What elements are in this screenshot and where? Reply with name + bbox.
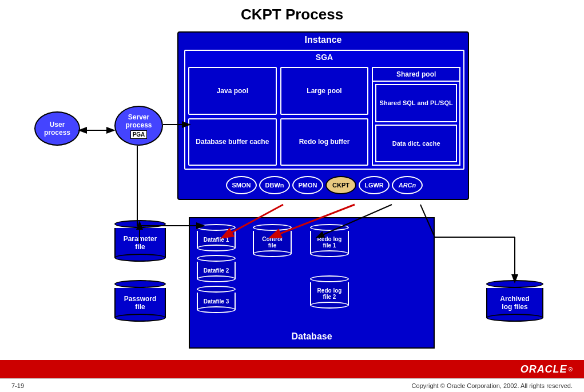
- footer-copyright: 7-19 Copyright © Oracle Corporation, 200…: [0, 378, 584, 392]
- datafile-3: Datafile 3: [197, 286, 236, 313]
- footer-oracle-bar: ORACLE ®: [0, 360, 584, 378]
- smon-process: SMON: [226, 176, 257, 194]
- copyright-text: Copyright © Oracle Corporation, 2002. Al…: [412, 382, 573, 389]
- pga-badge: PGA: [130, 130, 148, 139]
- redo-log-buffer-cell: Redo log buffer: [280, 118, 369, 166]
- sga-label: SGA: [185, 51, 463, 62]
- dbwn-process: DBWn: [259, 176, 290, 194]
- db-buffer-cache-cell: Database buffer cache: [188, 118, 277, 166]
- instance-label: Instance: [178, 33, 468, 45]
- control-file: Controlfile: [253, 224, 292, 257]
- redo-log-2: Redo logfile 2: [310, 275, 349, 309]
- database-box: Datafile 1 Datafile 2 Datafile 3: [189, 217, 435, 349]
- arcn-process: ARCn: [392, 176, 423, 194]
- sga-inner: Java pool Large pool Shared pool Shared …: [188, 67, 460, 166]
- process-row: SMON DBWn PMON CKPT LGWR ARCn: [184, 176, 464, 194]
- page-title: CKPT Process: [11, 6, 573, 23]
- datafile-2: Datafile 2: [197, 255, 236, 282]
- sga-box: SGA Java pool Large pool Shared pool Sha…: [184, 50, 464, 170]
- datafile-1: Datafile 1: [197, 224, 236, 251]
- ckpt-process: CKPT: [325, 176, 356, 194]
- shared-pool-col: Shared pool Shared SQL and PL/SQL Data d…: [372, 67, 460, 166]
- instance-box: Instance SGA Java pool Large pool Shared…: [177, 31, 469, 200]
- large-pool-cell: Large pool: [280, 67, 369, 115]
- lgwr-process: LGWR: [359, 176, 390, 194]
- oracle-trademark: ®: [569, 366, 573, 373]
- database-label: Database: [190, 331, 434, 342]
- redo-log-1: Redo logfile 1: [310, 224, 349, 257]
- shared-sql-item: Shared SQL and PL/SQL: [375, 84, 457, 122]
- content-area: CKPT Process Instance SGA Java pool Larg…: [0, 0, 584, 360]
- data-dict-item: Data dict. cache: [375, 125, 457, 163]
- user-process: Userprocess: [34, 111, 80, 146]
- server-process: Serverprocess PGA: [114, 106, 163, 146]
- shared-pool-header: Shared pool: [373, 68, 459, 82]
- shared-pool-inner: Shared SQL and PL/SQL Data dict. cache: [373, 82, 459, 165]
- password-file: Passwordfile: [114, 280, 166, 322]
- archived-log-files: Archivedlog files: [486, 280, 543, 322]
- java-pool-cell: Java pool: [188, 67, 277, 115]
- oracle-logo: ORACLE: [521, 363, 567, 375]
- pmon-process: PMON: [292, 176, 323, 194]
- parameter-file: Parameterfile: [114, 220, 166, 262]
- page: CKPT Process Instance SGA Java pool Larg…: [0, 0, 584, 392]
- page-number: 7-19: [11, 382, 24, 389]
